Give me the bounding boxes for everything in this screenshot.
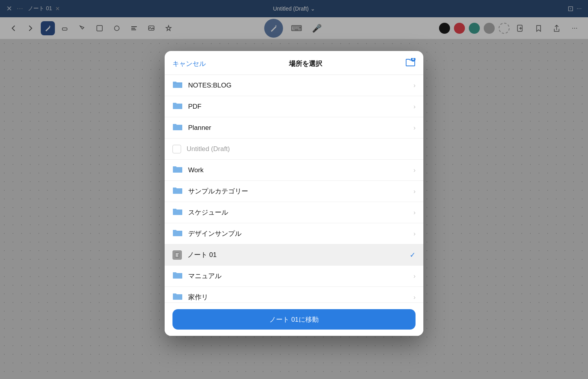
item-label: マニュアル (188, 271, 408, 281)
chevron-right-icon: › (414, 273, 416, 280)
folder-icon (172, 122, 183, 133)
list-item[interactable]: Work › (165, 160, 423, 181)
list-item[interactable]: スケジュール › (165, 202, 423, 223)
folder-icon (172, 292, 183, 302)
modal-footer: ノート 01に移動 (165, 302, 423, 336)
chevron-right-icon: › (414, 209, 416, 216)
folder-icon (172, 186, 183, 197)
list-item[interactable]: Untitled (Draft) (165, 138, 423, 160)
list-item[interactable]: マニュアル › (165, 266, 423, 287)
folder-icon (172, 271, 183, 281)
chevron-right-icon: › (414, 103, 416, 110)
modal-title: 場所を選択 (289, 59, 322, 68)
chevron-right-icon: › (414, 167, 416, 174)
folder-icon (172, 165, 183, 175)
svg-rect-10 (176, 253, 179, 254)
location-picker-modal: キャンセル 場所を選択 NOTES:BLOG › (165, 51, 423, 336)
list-item[interactable]: NOTES:BLOG › (165, 75, 423, 96)
svg-rect-12 (176, 256, 178, 257)
cancel-button[interactable]: キャンセル (172, 59, 206, 68)
list-item[interactable]: 家作リ › (165, 287, 423, 302)
svg-rect-11 (176, 255, 178, 255)
item-label: Work (188, 166, 408, 174)
location-list: NOTES:BLOG › PDF › Planner › (165, 75, 423, 302)
chevron-right-icon: › (414, 82, 416, 89)
item-label: デザインサンプル (188, 229, 408, 238)
new-folder-button[interactable] (405, 58, 416, 69)
list-item[interactable]: Planner › (165, 117, 423, 138)
chevron-right-icon: › (414, 124, 416, 131)
item-label: Planner (188, 124, 408, 132)
folder-icon (172, 101, 183, 112)
list-item[interactable]: デザインサンプル › (165, 223, 423, 244)
move-button[interactable]: ノート 01に移動 (172, 309, 416, 330)
item-label: サンプルカテゴリー (188, 187, 408, 196)
item-label: NOTES:BLOG (188, 82, 408, 89)
folder-icon (172, 80, 183, 91)
item-label: Untitled (Draft) (187, 145, 416, 153)
item-label: ノート 01 (187, 250, 404, 259)
list-item[interactable]: サンプルカテゴリー › (165, 181, 423, 202)
list-item[interactable]: ノート 01 ✓ (165, 244, 423, 266)
chevron-right-icon: › (414, 188, 416, 195)
item-label: スケジュール (188, 208, 408, 217)
folder-icon (172, 228, 183, 239)
chevron-right-icon: › (414, 294, 416, 301)
list-item[interactable]: PDF › (165, 96, 423, 117)
note-icon (172, 250, 182, 260)
chevron-right-icon: › (414, 230, 416, 237)
item-label: 家作リ (188, 293, 408, 302)
folder-icon (172, 207, 183, 218)
draft-checkbox[interactable] (172, 145, 181, 153)
modal-overlay: キャンセル 場所を選択 NOTES:BLOG › (0, 0, 588, 379)
selected-checkmark-icon: ✓ (410, 251, 416, 259)
item-label: PDF (188, 103, 408, 111)
modal-header: キャンセル 場所を選択 (165, 51, 423, 75)
